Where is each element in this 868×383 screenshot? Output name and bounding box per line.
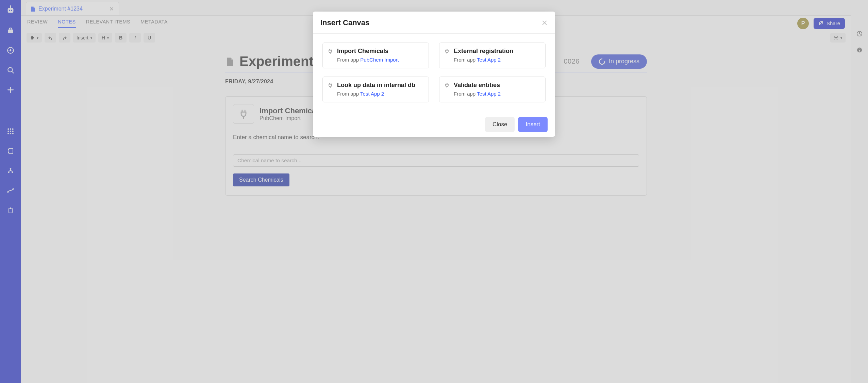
insert-button[interactable]: Insert — [518, 117, 548, 132]
modal-title: Insert Canvas — [320, 18, 541, 27]
option-title: Import Chemicals — [337, 48, 399, 55]
option-import-chemicals[interactable]: Import Chemicals From app PubChem Import — [322, 43, 429, 68]
app-link[interactable]: Test App 2 — [477, 91, 501, 97]
plug-icon — [444, 83, 450, 89]
option-subtitle: From app Test App 2 — [454, 57, 513, 63]
modal-footer: Close Insert — [313, 112, 555, 137]
option-subtitle: From app Test App 2 — [337, 91, 415, 97]
option-title: Look up data in internal db — [337, 82, 415, 89]
option-validate-entities[interactable]: Validate entities From app Test App 2 — [439, 77, 546, 102]
app-link[interactable]: Test App 2 — [477, 57, 501, 63]
modal-header: Insert Canvas — [313, 12, 555, 34]
insert-canvas-modal: Insert Canvas Import Chemicals From app … — [313, 12, 555, 137]
modal-body: Import Chemicals From app PubChem Import… — [313, 34, 555, 112]
option-title: External registration — [454, 48, 513, 55]
plug-icon — [444, 49, 450, 55]
plug-icon — [328, 83, 334, 89]
app-link[interactable]: Test App 2 — [360, 91, 384, 97]
option-subtitle: From app Test App 2 — [454, 91, 501, 97]
close-button[interactable]: Close — [485, 117, 515, 132]
modal-close-icon[interactable] — [541, 20, 548, 26]
option-external-registration[interactable]: External registration From app Test App … — [439, 43, 546, 68]
plug-icon — [328, 49, 334, 55]
app-link[interactable]: PubChem Import — [360, 57, 399, 63]
option-lookup-internal-db[interactable]: Look up data in internal db From app Tes… — [322, 77, 429, 102]
option-title: Validate entities — [454, 82, 501, 89]
option-subtitle: From app PubChem Import — [337, 57, 399, 63]
